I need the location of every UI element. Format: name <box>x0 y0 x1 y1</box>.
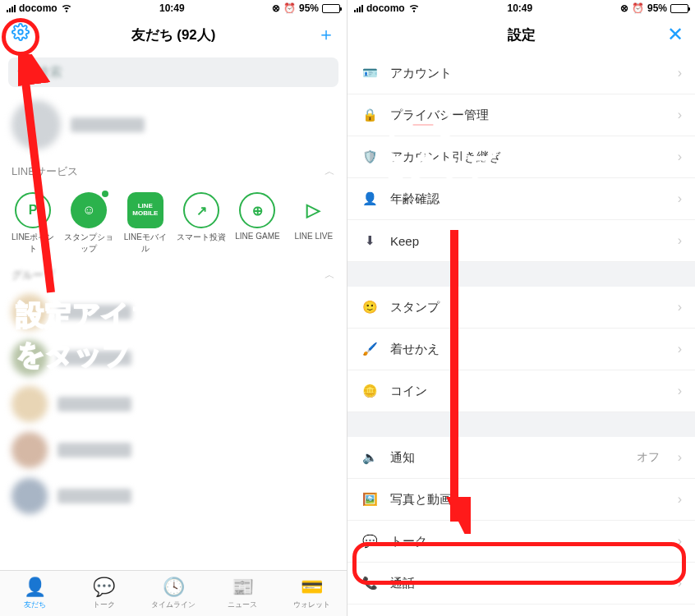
id-card-icon: 🪪 <box>361 64 379 82</box>
chevron-right-icon: › <box>678 450 682 465</box>
section-gap <box>348 412 695 437</box>
item-name <box>58 489 131 503</box>
tab-news[interactable]: 📰ニュース <box>208 571 277 616</box>
service-icon: ⊕ <box>239 192 275 228</box>
service-icon: LINE MOBILE <box>127 192 163 228</box>
status-bar: docomo 10:49 ⊗ ⏰ 95% <box>0 0 347 16</box>
annotation-text: トーク をタップ <box>380 107 495 185</box>
signal-icon <box>7 5 16 12</box>
row-label: コイン <box>390 384 427 399</box>
clock-label: 10:49 <box>507 2 532 14</box>
page-title: 設定 <box>348 25 695 44</box>
chevron-right-icon: › <box>678 342 682 356</box>
coin-icon: 🪙 <box>361 382 379 400</box>
chevron-right-icon: › <box>678 300 682 315</box>
list-item[interactable] <box>0 381 347 427</box>
tab-label: 友だち <box>24 600 46 610</box>
page-title: 友だち (92人) <box>0 25 347 44</box>
orientation-lock-icon: ⊗ <box>272 2 280 14</box>
service-label: LINE GAME <box>235 232 279 241</box>
status-bar: docomo 10:49 ⊗ ⏰ 95% <box>348 0 695 16</box>
row-label: 着せかえ <box>390 342 440 357</box>
download-icon: ⬇ <box>361 232 379 250</box>
news-icon: 📰 <box>232 577 254 598</box>
row-label: Keep <box>390 234 419 248</box>
battery-icon <box>322 4 340 13</box>
smile-icon: 🙂 <box>361 298 379 316</box>
chevron-right-icon: › <box>678 66 682 80</box>
chevron-right-icon: › <box>678 108 682 122</box>
chevron-right-icon: › <box>678 149 682 164</box>
carrier-label: docomo <box>366 2 405 14</box>
orientation-lock-icon: ⊗ <box>620 2 628 14</box>
item-name <box>58 397 131 411</box>
wifi-icon <box>408 2 420 16</box>
annotation-arrow <box>18 54 67 301</box>
clock-label: 10:49 <box>159 2 185 14</box>
phone-settings: docomo 10:49 ⊗ ⏰ 95% 設定 ✕ 🪪アカウント› 🔒プライバシ… <box>348 0 695 616</box>
service-item[interactable]: ⊕LINE GAME <box>232 192 282 255</box>
close-icon[interactable]: ✕ <box>667 23 683 46</box>
settings-row-keep[interactable]: ⬇Keep› <box>348 220 695 262</box>
phone-friends: docomo 10:49 ⊗ ⏰ 95% 友だち (92人) ＋ 検索 <box>0 0 348 616</box>
chevron-up-icon: ︿ <box>324 268 335 283</box>
alarm-icon: ⏰ <box>632 2 644 14</box>
settings-row-account[interactable]: 🪪アカウント› <box>348 53 695 94</box>
battery-pct: 95% <box>647 2 667 14</box>
plus-icon[interactable]: ＋ <box>317 22 335 47</box>
avatar <box>12 478 48 514</box>
tab-wallet[interactable]: 💳ウォレット <box>278 571 347 616</box>
service-label: スマート投資 <box>177 232 226 243</box>
chevron-up-icon: ︿ <box>324 164 335 179</box>
row-extra: オフ <box>637 450 660 465</box>
nav-bar-friends: 友だち (92人) ＋ <box>0 16 347 53</box>
settings-row-stamp[interactable]: 🙂スタンプ› <box>348 287 695 329</box>
service-icon: ↗ <box>183 192 219 228</box>
chat-icon: 💬 <box>93 577 115 598</box>
lock-icon: 🔒 <box>361 106 379 124</box>
chevron-right-icon: › <box>678 233 682 248</box>
signal-icon <box>354 5 363 12</box>
wifi-icon <box>61 2 72 16</box>
service-item[interactable]: LINE MOBILELINEモバイル <box>121 192 170 255</box>
service-item[interactable]: ↗スマート投資 <box>177 192 226 255</box>
service-label: LINEモバイル <box>121 232 170 255</box>
service-item[interactable]: ☺スタンプショップ <box>64 192 113 255</box>
chevron-right-icon: › <box>678 384 682 398</box>
svg-line-1 <box>23 61 51 292</box>
settings-row-coin[interactable]: 🪙コイン› <box>348 370 695 412</box>
tab-friends[interactable]: 👤友だち <box>0 571 69 616</box>
shield-icon: 🛡️ <box>361 148 379 166</box>
service-label: LINE LIVE <box>294 232 333 241</box>
tab-bar: 👤友だち 💬トーク 🕓タイムライン 📰ニュース 💳ウォレット <box>0 570 347 616</box>
person-check-icon: 👤 <box>361 190 379 208</box>
settings-row-theme[interactable]: 🖌️着せかえ› <box>348 329 695 370</box>
tab-label: ウォレット <box>293 600 330 610</box>
row-label: アカウント <box>390 66 452 81</box>
battery-icon <box>670 4 688 13</box>
carrier-label: docomo <box>19 2 58 14</box>
row-label: スタンプ <box>390 300 440 315</box>
wallet-icon: 💳 <box>301 577 323 598</box>
tab-talk[interactable]: 💬トーク <box>69 571 138 616</box>
tab-timeline[interactable]: 🕓タイムライン <box>139 571 208 616</box>
person-icon: 👤 <box>24 577 46 598</box>
settings-row-media[interactable]: 🖼️写真と動画› <box>348 479 695 521</box>
item-name <box>58 443 131 457</box>
chevron-right-icon: › <box>678 191 682 206</box>
list-item[interactable] <box>0 473 347 519</box>
tab-label: ニュース <box>228 600 257 610</box>
section-gap <box>348 262 695 287</box>
brush-icon: 🖌️ <box>361 340 379 358</box>
service-item[interactable]: ▷LINE LIVE <box>289 192 338 255</box>
speaker-icon: 🔈 <box>361 448 379 467</box>
battery-pct: 95% <box>299 2 319 14</box>
settings-row-notify[interactable]: 🔈通知オフ› <box>348 437 695 479</box>
annotation-circle <box>2 18 39 56</box>
list-item[interactable] <box>0 427 347 473</box>
annotation-rect <box>352 542 686 585</box>
nav-bar-settings: 設定 ✕ <box>348 16 695 53</box>
alarm-icon: ⏰ <box>283 2 296 14</box>
service-icon: ▷ <box>296 192 332 228</box>
avatar <box>12 432 48 468</box>
